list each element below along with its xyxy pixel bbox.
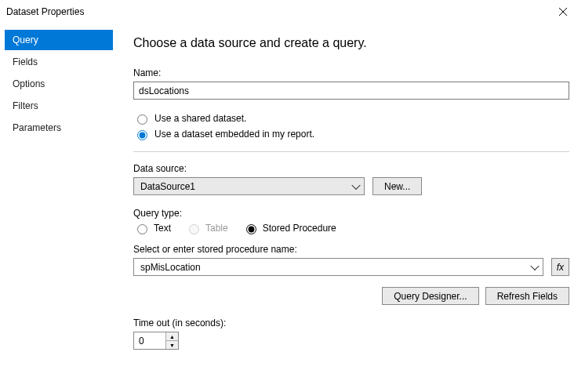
radio-embedded-dataset[interactable]: Use a dataset embedded in my report.: [133, 128, 569, 140]
radio-label: Use a shared dataset.: [154, 113, 246, 124]
radio-qt-table: [189, 224, 199, 234]
stored-procedure-select[interactable]: spMisLocation: [133, 258, 543, 276]
radio-shared-input[interactable]: [137, 114, 147, 125]
radio-label: Stored Procedure: [263, 223, 336, 234]
sidebar-item-filters[interactable]: Filters: [5, 96, 113, 116]
spinner-up-button[interactable]: ▲: [166, 332, 178, 341]
datasource-value: DataSource1: [140, 181, 195, 192]
querytype-stored-procedure[interactable]: Stored Procedure: [242, 222, 336, 234]
radio-shared-dataset[interactable]: Use a shared dataset.: [133, 112, 569, 125]
sidebar-item-parameters[interactable]: Parameters: [5, 118, 113, 138]
querytype-label: Query type:: [133, 208, 569, 219]
sidebar: Query Fields Options Filters Parameters: [0, 24, 118, 392]
button-label: Refresh Fields: [497, 291, 558, 302]
button-label: fx: [557, 262, 564, 273]
sidebar-item-label: Fields: [13, 56, 38, 67]
close-icon: [559, 8, 567, 16]
fx-button[interactable]: fx: [551, 258, 569, 276]
divider: [133, 151, 569, 152]
page-heading: Choose a data source and create a query.: [133, 36, 569, 50]
radio-qt-sp[interactable]: [246, 224, 256, 234]
timeout-label: Time out (in seconds):: [133, 318, 569, 328]
datasource-select[interactable]: DataSource1: [133, 177, 365, 195]
query-designer-button[interactable]: Query Designer...: [382, 287, 478, 305]
querytype-table: Table: [185, 222, 228, 234]
new-datasource-button[interactable]: New...: [372, 177, 422, 195]
sidebar-item-label: Parameters: [13, 122, 61, 133]
sidebar-item-label: Options: [13, 78, 45, 89]
radio-qt-text[interactable]: [137, 224, 147, 234]
chevron-down-icon: [351, 180, 360, 189]
sidebar-item-label: Query: [13, 34, 38, 45]
close-button[interactable]: [547, 0, 579, 24]
name-label: Name:: [133, 67, 569, 78]
sidebar-item-options[interactable]: Options: [5, 74, 113, 94]
stored-procedure-label: Select or enter stored procedure name:: [133, 244, 569, 255]
spinner-down-button[interactable]: ▼: [166, 341, 178, 349]
button-label: New...: [384, 181, 410, 192]
sidebar-item-fields[interactable]: Fields: [5, 52, 113, 72]
name-input[interactable]: [133, 82, 569, 100]
radio-label: Table: [205, 223, 228, 234]
chevron-down-icon: [530, 261, 539, 270]
window-title: Dataset Properties: [6, 6, 547, 17]
datasource-label: Data source:: [133, 163, 569, 174]
stored-procedure-value: spMisLocation: [140, 262, 201, 273]
sidebar-item-query[interactable]: Query: [5, 30, 113, 50]
titlebar: Dataset Properties: [0, 0, 585, 24]
radio-label: Use a dataset embedded in my report.: [154, 129, 314, 140]
button-label: Query Designer...: [394, 291, 467, 302]
querytype-text[interactable]: Text: [133, 222, 171, 234]
radio-label: Text: [154, 223, 171, 234]
timeout-spinner[interactable]: ▲ ▼: [133, 332, 179, 350]
refresh-fields-button[interactable]: Refresh Fields: [485, 287, 569, 305]
sidebar-item-label: Filters: [13, 100, 38, 111]
main-panel: Choose a data source and create a query.…: [118, 24, 585, 392]
radio-embedded-input[interactable]: [137, 130, 147, 140]
timeout-input[interactable]: [134, 332, 165, 349]
